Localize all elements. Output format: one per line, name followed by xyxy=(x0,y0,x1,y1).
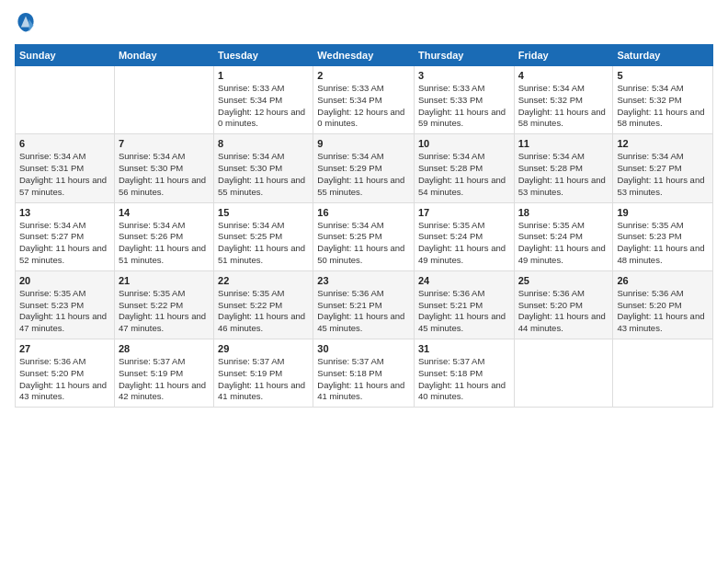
logo xyxy=(15,11,40,37)
day-info: Sunrise: 5:37 AM Sunset: 5:19 PM Dayligh… xyxy=(119,356,210,403)
day-info: Sunrise: 5:34 AM Sunset: 5:27 PM Dayligh… xyxy=(617,151,709,198)
day-info: Sunrise: 5:34 AM Sunset: 5:27 PM Dayligh… xyxy=(19,220,110,267)
day-number: 26 xyxy=(617,275,709,286)
day-info: Sunrise: 5:35 AM Sunset: 5:22 PM Dayligh… xyxy=(218,288,309,335)
day-info: Sunrise: 5:36 AM Sunset: 5:20 PM Dayligh… xyxy=(617,288,709,335)
calendar-cell: 5Sunrise: 5:34 AM Sunset: 5:32 PM Daylig… xyxy=(613,66,713,134)
day-number: 3 xyxy=(418,70,510,81)
day-number: 9 xyxy=(317,138,410,149)
day-info: Sunrise: 5:34 AM Sunset: 5:31 PM Dayligh… xyxy=(19,151,110,198)
calendar-cell: 4Sunrise: 5:34 AM Sunset: 5:32 PM Daylig… xyxy=(514,66,613,134)
day-number: 22 xyxy=(218,275,309,286)
day-info: Sunrise: 5:34 AM Sunset: 5:32 PM Dayligh… xyxy=(518,83,609,130)
calendar-table: SundayMondayTuesdayWednesdayThursdayFrid… xyxy=(15,44,713,408)
calendar-cell: 10Sunrise: 5:34 AM Sunset: 5:28 PM Dayli… xyxy=(414,134,514,202)
week-row-3: 20Sunrise: 5:35 AM Sunset: 5:23 PM Dayli… xyxy=(16,270,713,339)
day-info: Sunrise: 5:34 AM Sunset: 5:29 PM Dayligh… xyxy=(317,151,410,198)
day-info: Sunrise: 5:35 AM Sunset: 5:22 PM Dayligh… xyxy=(119,288,210,335)
week-row-1: 6Sunrise: 5:34 AM Sunset: 5:31 PM Daylig… xyxy=(16,134,713,202)
day-info: Sunrise: 5:36 AM Sunset: 5:21 PM Dayligh… xyxy=(418,288,510,335)
day-number: 13 xyxy=(19,207,110,218)
day-number: 2 xyxy=(317,70,410,81)
calendar-cell: 21Sunrise: 5:35 AM Sunset: 5:22 PM Dayli… xyxy=(114,270,213,339)
calendar-cell: 15Sunrise: 5:34 AM Sunset: 5:25 PM Dayli… xyxy=(214,202,313,270)
day-number: 18 xyxy=(518,207,609,218)
header xyxy=(15,11,713,37)
day-info: Sunrise: 5:35 AM Sunset: 5:24 PM Dayligh… xyxy=(418,220,510,267)
calendar-cell: 23Sunrise: 5:36 AM Sunset: 5:21 PM Dayli… xyxy=(313,270,415,339)
day-info: Sunrise: 5:34 AM Sunset: 5:32 PM Dayligh… xyxy=(617,83,709,130)
day-number: 15 xyxy=(218,207,309,218)
day-info: Sunrise: 5:34 AM Sunset: 5:30 PM Dayligh… xyxy=(218,151,309,198)
calendar-cell xyxy=(514,339,613,408)
day-info: Sunrise: 5:37 AM Sunset: 5:18 PM Dayligh… xyxy=(317,356,410,403)
calendar-cell xyxy=(16,66,115,134)
day-number: 6 xyxy=(19,138,110,149)
calendar-cell: 3Sunrise: 5:33 AM Sunset: 5:33 PM Daylig… xyxy=(414,66,514,134)
day-number: 5 xyxy=(617,70,709,81)
weekday-header-wednesday: Wednesday xyxy=(313,45,415,66)
day-info: Sunrise: 5:34 AM Sunset: 5:30 PM Dayligh… xyxy=(119,151,210,198)
calendar-cell: 7Sunrise: 5:34 AM Sunset: 5:30 PM Daylig… xyxy=(114,134,213,202)
calendar-cell: 9Sunrise: 5:34 AM Sunset: 5:29 PM Daylig… xyxy=(313,134,415,202)
day-number: 29 xyxy=(218,343,309,354)
day-number: 17 xyxy=(418,207,510,218)
calendar-cell: 31Sunrise: 5:37 AM Sunset: 5:18 PM Dayli… xyxy=(414,339,514,408)
day-info: Sunrise: 5:34 AM Sunset: 5:25 PM Dayligh… xyxy=(218,220,309,267)
day-number: 8 xyxy=(218,138,309,149)
day-number: 30 xyxy=(317,343,410,354)
day-info: Sunrise: 5:36 AM Sunset: 5:21 PM Dayligh… xyxy=(317,288,410,335)
day-info: Sunrise: 5:33 AM Sunset: 5:34 PM Dayligh… xyxy=(317,83,410,130)
weekday-header-sunday: Sunday xyxy=(16,45,115,66)
day-number: 7 xyxy=(119,138,210,149)
calendar-cell: 22Sunrise: 5:35 AM Sunset: 5:22 PM Dayli… xyxy=(214,270,313,339)
weekday-header-tuesday: Tuesday xyxy=(214,45,313,66)
calendar-cell: 16Sunrise: 5:34 AM Sunset: 5:25 PM Dayli… xyxy=(313,202,415,270)
calendar-cell: 30Sunrise: 5:37 AM Sunset: 5:18 PM Dayli… xyxy=(313,339,415,408)
calendar-body: 1Sunrise: 5:33 AM Sunset: 5:34 PM Daylig… xyxy=(16,66,713,408)
day-number: 1 xyxy=(218,70,309,81)
calendar-cell: 12Sunrise: 5:34 AM Sunset: 5:27 PM Dayli… xyxy=(613,134,713,202)
page: SundayMondayTuesdayWednesdayThursdayFrid… xyxy=(0,0,728,563)
week-row-4: 27Sunrise: 5:36 AM Sunset: 5:20 PM Dayli… xyxy=(16,339,713,408)
day-info: Sunrise: 5:33 AM Sunset: 5:34 PM Dayligh… xyxy=(218,83,309,130)
calendar-cell: 8Sunrise: 5:34 AM Sunset: 5:30 PM Daylig… xyxy=(214,134,313,202)
day-number: 20 xyxy=(19,275,110,286)
day-number: 23 xyxy=(317,275,410,286)
day-number: 4 xyxy=(518,70,609,81)
calendar-cell: 11Sunrise: 5:34 AM Sunset: 5:28 PM Dayli… xyxy=(514,134,613,202)
logo-icon xyxy=(15,11,37,37)
day-info: Sunrise: 5:34 AM Sunset: 5:25 PM Dayligh… xyxy=(317,220,410,267)
day-number: 19 xyxy=(617,207,709,218)
day-info: Sunrise: 5:37 AM Sunset: 5:19 PM Dayligh… xyxy=(218,356,309,403)
calendar-cell: 26Sunrise: 5:36 AM Sunset: 5:20 PM Dayli… xyxy=(613,270,713,339)
day-number: 11 xyxy=(518,138,609,149)
weekday-header-friday: Friday xyxy=(514,45,613,66)
day-number: 12 xyxy=(617,138,709,149)
calendar-cell: 14Sunrise: 5:34 AM Sunset: 5:26 PM Dayli… xyxy=(114,202,213,270)
weekday-header-monday: Monday xyxy=(114,45,213,66)
calendar-cell xyxy=(613,339,713,408)
day-number: 21 xyxy=(119,275,210,286)
day-number: 31 xyxy=(418,343,510,354)
day-number: 24 xyxy=(418,275,510,286)
day-info: Sunrise: 5:36 AM Sunset: 5:20 PM Dayligh… xyxy=(19,356,110,403)
day-number: 27 xyxy=(19,343,110,354)
day-info: Sunrise: 5:34 AM Sunset: 5:28 PM Dayligh… xyxy=(418,151,510,198)
calendar-cell: 25Sunrise: 5:36 AM Sunset: 5:20 PM Dayli… xyxy=(514,270,613,339)
calendar-cell: 17Sunrise: 5:35 AM Sunset: 5:24 PM Dayli… xyxy=(414,202,514,270)
day-info: Sunrise: 5:35 AM Sunset: 5:23 PM Dayligh… xyxy=(617,220,709,267)
week-row-0: 1Sunrise: 5:33 AM Sunset: 5:34 PM Daylig… xyxy=(16,66,713,134)
day-info: Sunrise: 5:36 AM Sunset: 5:20 PM Dayligh… xyxy=(518,288,609,335)
day-number: 16 xyxy=(317,207,410,218)
day-number: 25 xyxy=(518,275,609,286)
calendar-cell: 2Sunrise: 5:33 AM Sunset: 5:34 PM Daylig… xyxy=(313,66,415,134)
calendar-cell: 19Sunrise: 5:35 AM Sunset: 5:23 PM Dayli… xyxy=(613,202,713,270)
day-info: Sunrise: 5:35 AM Sunset: 5:23 PM Dayligh… xyxy=(19,288,110,335)
calendar-cell: 24Sunrise: 5:36 AM Sunset: 5:21 PM Dayli… xyxy=(414,270,514,339)
day-number: 28 xyxy=(119,343,210,354)
weekday-row: SundayMondayTuesdayWednesdayThursdayFrid… xyxy=(16,45,713,66)
day-info: Sunrise: 5:34 AM Sunset: 5:28 PM Dayligh… xyxy=(518,151,609,198)
day-number: 10 xyxy=(418,138,510,149)
calendar-cell xyxy=(114,66,213,134)
